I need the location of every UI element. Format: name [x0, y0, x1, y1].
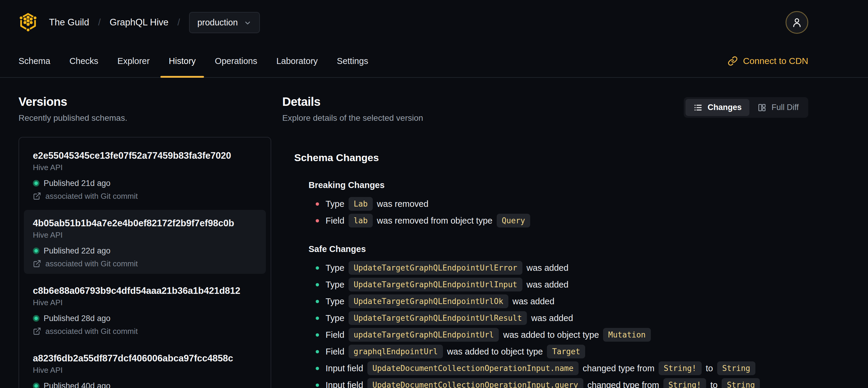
change-row: FieldgraphqlEndpointUrlwas added to obje… [309, 345, 808, 358]
full-diff-view-button[interactable]: Full Diff [749, 99, 806, 116]
version-status-text: Published 28d ago [43, 313, 111, 323]
tab-bar: SchemaChecksExplorerHistoryOperationsLab… [19, 45, 808, 77]
change-row: TypeUpdateTargetGraphQLEndpointUrlOkwas … [309, 294, 808, 308]
safe-bullet [316, 384, 319, 387]
schema-changes-sections: Breaking ChangesTypeLabwas removedFieldl… [294, 180, 808, 388]
safe-bullet [316, 283, 319, 287]
code-badge: Mutation [603, 328, 651, 342]
tab-schema[interactable]: Schema [10, 45, 59, 77]
breadcrumb-separator: / [98, 17, 101, 28]
code-badge: graphqlEndpointUrl [348, 345, 443, 358]
external-link-icon [33, 327, 41, 335]
change-text: Field [326, 216, 344, 226]
change-text: changed type from [588, 380, 659, 388]
details-subtitle: Explore details of the selected version [282, 113, 423, 123]
change-text: Input field [326, 380, 363, 388]
change-text: to [710, 380, 717, 388]
code-badge: UpdateTargetGraphQLEndpointUrlInput [348, 278, 522, 292]
change-row: TypeUpdateTargetGraphQLEndpointUrlResult… [309, 311, 808, 325]
tab-explorer[interactable]: Explorer [109, 45, 158, 77]
change-text: was removed from object type [377, 216, 493, 226]
breadcrumb-organization[interactable]: The Guild [49, 17, 89, 28]
change-text: Field [326, 347, 344, 357]
version-list-item[interactable]: a823f6db2a55df877dcf406006abca97fcc4858c… [24, 345, 266, 388]
change-text: was added [527, 263, 568, 273]
version-status: Published 40d ago [33, 381, 257, 388]
breadcrumb-project[interactable]: GraphQL Hive [110, 17, 168, 28]
user-menu-button[interactable] [785, 11, 808, 34]
list-icon [693, 103, 703, 112]
safe-bullet [316, 367, 319, 370]
tab-checks[interactable]: Checks [61, 45, 106, 77]
target-selector-dropdown[interactable]: production [189, 12, 260, 33]
tab-settings[interactable]: Settings [329, 45, 377, 77]
breadcrumb-separator: / [178, 17, 180, 28]
code-badge: Target [547, 345, 585, 358]
version-status-text: Published 22d ago [43, 246, 111, 256]
git-commit-link[interactable]: associated with Git commit [33, 191, 257, 201]
code-badge: String! [663, 378, 706, 388]
change-text: was added [527, 280, 568, 290]
version-status-text: Published 21d ago [43, 178, 111, 188]
tab-operations[interactable]: Operations [207, 45, 266, 77]
connect-to-cdn-button[interactable]: Connect to CDN [727, 45, 808, 77]
version-hash: e2e55045345ce13fe07f52a77459b83fa3fe7020 [33, 150, 257, 161]
columns-icon [757, 103, 767, 112]
details-panel: Details Explore details of the selected … [271, 94, 808, 388]
tab-laboratory[interactable]: Laboratory [268, 45, 326, 77]
code-badge: String [722, 378, 760, 388]
external-link-icon [33, 192, 41, 200]
details-title-block: Details Explore details of the selected … [282, 94, 423, 123]
change-list: TypeUpdateTargetGraphQLEndpointUrlErrorw… [309, 261, 808, 388]
change-text: Type [326, 297, 344, 306]
details-header: Details Explore details of the selected … [282, 94, 808, 123]
change-text: was added [531, 313, 573, 323]
change-row: TypeLabwas removed [309, 197, 808, 211]
version-service-name: Hive API [33, 298, 257, 307]
code-badge: Lab [348, 197, 373, 211]
versions-title: Versions [19, 94, 271, 109]
published-status-dot [33, 315, 39, 322]
breadcrumb: The Guild / GraphQL Hive / production [49, 12, 260, 33]
full-diff-view-label: Full Diff [772, 103, 799, 112]
change-section-title: Safe Changes [309, 244, 808, 255]
versions-panel: Versions Recently published schemas. e2e… [19, 94, 271, 388]
external-link-icon [33, 260, 41, 268]
version-service-name: Hive API [33, 162, 257, 172]
tab-bar-tabs: SchemaChecksExplorerHistoryOperationsLab… [10, 45, 377, 77]
code-badge: lab [348, 214, 373, 228]
view-toggle: Changes Full Diff [684, 97, 808, 118]
schema-changes-title: Schema Changes [294, 152, 808, 163]
hive-logo-icon[interactable] [19, 12, 38, 33]
version-list-item[interactable]: c8b6e88a06793b9c4dfd54aaa21b36a1b421d812… [24, 277, 266, 341]
change-text: Field [326, 330, 344, 340]
schema-changes-card: Schema Changes Breaking ChangesTypeLabwa… [294, 152, 808, 388]
change-text: Input field [326, 363, 363, 374]
code-badge: updateTargetGraphQLEndpointUrl [348, 328, 499, 342]
tab-history[interactable]: History [160, 45, 204, 77]
change-section-title: Breaking Changes [309, 180, 808, 190]
version-service-name: Hive API [33, 230, 257, 240]
change-text: was added to object type [447, 347, 543, 357]
change-row: Input fieldUpdateDocumentCollectionOpera… [309, 378, 808, 388]
change-row: TypeUpdateTargetGraphQLEndpointUrlErrorw… [309, 261, 808, 275]
change-text: Type [326, 313, 344, 323]
version-list: e2e55045345ce13fe07f52a77459b83fa3fe7020… [19, 137, 271, 388]
safe-bullet [316, 350, 319, 353]
changes-view-button[interactable]: Changes [685, 99, 749, 116]
version-list-item[interactable]: 4b05ab51b1b4a7e2e4b0ef82172f2b9f7ef98c0b… [24, 210, 266, 274]
safe-bullet [316, 333, 319, 336]
user-icon [791, 17, 803, 28]
change-row: FieldupdateTargetGraphQLEndpointUrlwas a… [309, 328, 808, 342]
change-row: Input fieldUpdateDocumentCollectionOpera… [309, 361, 808, 375]
code-badge: UpdateTargetGraphQLEndpointUrlOk [348, 294, 508, 308]
git-commit-link[interactable]: associated with Git commit [33, 326, 257, 336]
version-list-item[interactable]: e2e55045345ce13fe07f52a77459b83fa3fe7020… [24, 142, 266, 206]
git-commit-link[interactable]: associated with Git commit [33, 259, 257, 268]
published-status-dot [33, 247, 39, 254]
git-commit-link-label: associated with Git commit [45, 326, 138, 336]
safe-bullet [316, 266, 319, 270]
change-text: Type [326, 263, 344, 273]
change-section: Breaking ChangesTypeLabwas removedFieldl… [309, 180, 808, 228]
changes-view-label: Changes [708, 103, 742, 112]
